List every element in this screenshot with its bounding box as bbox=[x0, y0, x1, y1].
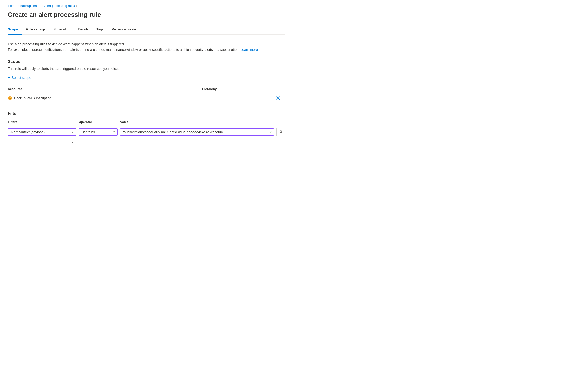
scope-section: Scope This rule will apply to alerts tha… bbox=[8, 59, 285, 103]
check-icon: ✓ bbox=[268, 130, 274, 134]
chevron-down-icon-3: ∨ bbox=[72, 140, 74, 144]
tabs-container: Scope Rule settings Scheduling Details T… bbox=[8, 24, 285, 35]
breadcrumb-home[interactable]: Home bbox=[8, 4, 16, 8]
select-scope-label: Select scope bbox=[11, 76, 31, 79]
breadcrumb-sep-1: › bbox=[18, 4, 19, 8]
learn-more-link[interactable]: Learn more bbox=[240, 48, 258, 52]
tab-scope[interactable]: Scope bbox=[8, 24, 22, 35]
breadcrumb-backup-center[interactable]: Backup center bbox=[20, 4, 41, 8]
resource-cell: Backup PM Subscription bbox=[8, 93, 202, 103]
scope-table: Resource Hierarchy bbox=[8, 85, 285, 103]
breadcrumb-alert-rules[interactable]: Alert processing rules bbox=[44, 4, 75, 8]
filter-row-1: Alert context (payload) ∨ Contains ∨ ✓ bbox=[8, 128, 285, 136]
filter-row-2: ∨ bbox=[8, 139, 285, 145]
filter-dropdown[interactable]: Alert context (payload) ∨ bbox=[8, 128, 76, 136]
description-line1: Use alert processing rules to decide wha… bbox=[8, 41, 285, 47]
filter-col-label: Filters bbox=[8, 120, 76, 124]
hierarchy-cell bbox=[202, 93, 275, 103]
breadcrumb-sep-3: › bbox=[76, 4, 77, 8]
tab-details[interactable]: Details bbox=[74, 24, 93, 35]
close-icon bbox=[276, 96, 280, 100]
value-input[interactable] bbox=[120, 129, 268, 135]
delete-filter-button[interactable] bbox=[276, 128, 285, 136]
filter-value: Alert context (payload) bbox=[10, 130, 45, 134]
trash-icon bbox=[279, 130, 283, 134]
select-scope-button[interactable]: + Select scope bbox=[8, 75, 31, 81]
tab-review-create[interactable]: Review + create bbox=[108, 24, 140, 35]
value-col-label: Value bbox=[120, 120, 285, 124]
operator-dropdown[interactable]: Contains ∨ bbox=[79, 128, 118, 136]
filter-title: Filter bbox=[8, 111, 285, 116]
chevron-down-icon: ∨ bbox=[72, 130, 74, 134]
table-row: Backup PM Subscription bbox=[8, 93, 285, 103]
empty-filter-dropdown[interactable]: ∨ bbox=[8, 139, 76, 145]
scope-subtitle: This rule will apply to alerts that are … bbox=[8, 67, 285, 71]
delete-scope-button[interactable] bbox=[275, 96, 281, 101]
filter-section: Filter Filters Operator Value Alert cont… bbox=[8, 111, 285, 145]
subscription-icon bbox=[8, 96, 12, 100]
resource-name: Backup PM Subscription bbox=[14, 96, 52, 100]
breadcrumb: Home › Backup center › Alert processing … bbox=[8, 4, 285, 8]
description-section: Use alert processing rules to decide wha… bbox=[8, 41, 285, 53]
col-hierarchy: Hierarchy bbox=[202, 85, 275, 93]
tab-rule-settings[interactable]: Rule settings bbox=[22, 24, 50, 35]
operator-col-label: Operator bbox=[79, 120, 118, 124]
breadcrumb-sep-2: › bbox=[42, 4, 43, 8]
col-resource: Resource bbox=[8, 85, 202, 93]
operator-value: Contains bbox=[81, 130, 95, 134]
delete-cell bbox=[275, 93, 285, 103]
description-line2: For example, suppress notifications from… bbox=[8, 47, 285, 52]
col-actions bbox=[275, 85, 285, 93]
tab-scheduling[interactable]: Scheduling bbox=[50, 24, 74, 35]
page-title: Create an alert processing rule bbox=[8, 11, 101, 19]
chevron-down-icon-2: ∨ bbox=[113, 130, 115, 134]
more-options-button[interactable]: ... bbox=[104, 11, 112, 18]
scope-title: Scope bbox=[8, 59, 285, 64]
plus-icon: + bbox=[8, 75, 10, 80]
tab-tags[interactable]: Tags bbox=[93, 24, 108, 35]
